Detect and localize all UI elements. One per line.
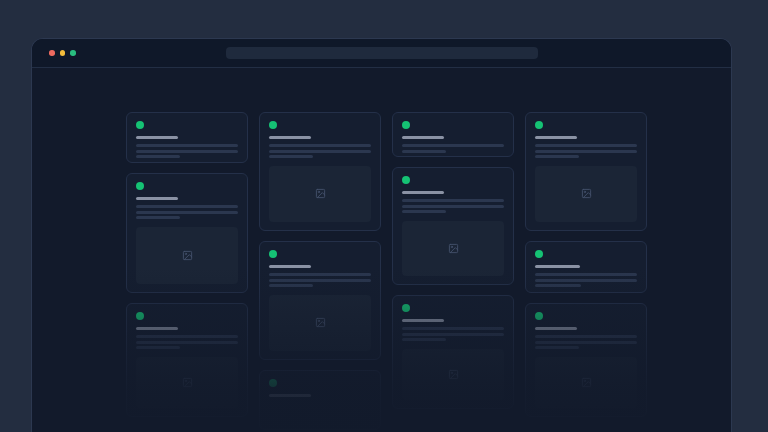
skeleton-line xyxy=(136,335,238,338)
skeleton-line xyxy=(402,150,446,153)
status-dot xyxy=(136,312,144,320)
feed-card[interactable] xyxy=(259,370,381,430)
image-icon xyxy=(315,317,326,328)
image-placeholder xyxy=(535,166,637,223)
traffic-lights xyxy=(49,50,76,56)
skeleton-line xyxy=(269,273,371,276)
browser-window xyxy=(31,38,732,432)
feed-card[interactable] xyxy=(525,303,647,417)
browser-titlebar xyxy=(32,39,731,68)
image-icon xyxy=(448,369,459,380)
skeleton-line xyxy=(136,205,238,208)
image-icon xyxy=(581,377,592,388)
skeleton-line xyxy=(402,199,504,202)
skeleton-line xyxy=(269,155,313,158)
board-column xyxy=(392,112,514,409)
skeleton-line xyxy=(402,333,504,336)
skeleton-line xyxy=(535,279,637,282)
status-dot xyxy=(136,182,144,190)
image-icon xyxy=(315,188,326,199)
url-bar[interactable] xyxy=(226,47,538,59)
skeleton-line xyxy=(402,210,446,213)
board-column xyxy=(525,112,647,417)
status-dot xyxy=(402,176,410,184)
image-placeholder xyxy=(136,227,238,285)
image-placeholder xyxy=(269,295,371,352)
skeleton-line xyxy=(535,341,637,344)
image-icon xyxy=(448,243,459,254)
skeleton-title xyxy=(136,327,178,330)
page-background xyxy=(0,0,768,432)
status-dot xyxy=(269,250,277,258)
skeleton-title xyxy=(136,136,178,139)
feed-card[interactable] xyxy=(525,112,647,231)
close-window-button[interactable] xyxy=(49,50,55,56)
image-placeholder xyxy=(136,357,238,409)
skeleton-title xyxy=(535,265,580,268)
minimize-window-button[interactable] xyxy=(60,50,66,56)
feed-card[interactable] xyxy=(525,241,647,293)
skeleton-title xyxy=(535,327,577,330)
skeleton-title xyxy=(136,197,178,200)
skeleton-title xyxy=(269,265,311,268)
skeleton-line xyxy=(136,144,238,147)
skeleton-line xyxy=(535,335,637,338)
image-placeholder xyxy=(402,349,504,401)
skeleton-line xyxy=(535,346,579,349)
skeleton-line xyxy=(402,205,504,208)
image-icon xyxy=(182,377,193,388)
skeleton-line xyxy=(535,155,579,158)
skeleton-line xyxy=(136,346,180,349)
status-dot xyxy=(269,379,277,387)
feed-card[interactable] xyxy=(259,112,381,231)
status-dot xyxy=(136,121,144,129)
skeleton-line xyxy=(269,279,371,282)
status-dot xyxy=(402,121,410,129)
feed-card[interactable] xyxy=(126,173,248,293)
status-dot xyxy=(535,250,543,258)
image-icon xyxy=(581,188,592,199)
skeleton-line xyxy=(402,338,446,341)
skeleton-line xyxy=(535,150,637,153)
board-column xyxy=(259,112,381,430)
feed-card[interactable] xyxy=(392,167,514,285)
status-dot xyxy=(535,312,543,320)
skeleton-title xyxy=(402,319,444,322)
skeleton-line xyxy=(136,341,238,344)
skeleton-line xyxy=(269,284,313,287)
image-placeholder xyxy=(535,357,637,409)
skeleton-line xyxy=(402,144,504,147)
card-board xyxy=(32,68,731,430)
zoom-window-button[interactable] xyxy=(70,50,76,56)
feed-card[interactable] xyxy=(259,241,381,360)
image-placeholder xyxy=(402,221,504,277)
skeleton-line xyxy=(535,284,581,287)
skeleton-line xyxy=(136,216,180,219)
image-placeholder xyxy=(269,166,371,223)
feed-card[interactable] xyxy=(392,295,514,409)
skeleton-title xyxy=(269,394,311,397)
skeleton-line xyxy=(136,211,238,214)
skeleton-line xyxy=(269,150,371,153)
skeleton-title xyxy=(535,136,577,139)
skeleton-line xyxy=(535,273,637,276)
status-dot xyxy=(269,121,277,129)
skeleton-line xyxy=(402,327,504,330)
skeleton-title xyxy=(402,191,444,194)
skeleton-line xyxy=(136,150,238,153)
feed-card[interactable] xyxy=(126,112,248,163)
skeleton-title xyxy=(269,136,311,139)
feed-card[interactable] xyxy=(126,303,248,417)
skeleton-title xyxy=(402,136,444,139)
skeleton-line xyxy=(136,155,180,158)
skeleton-line xyxy=(269,144,371,147)
board-column xyxy=(126,112,248,417)
image-icon xyxy=(182,250,193,261)
status-dot xyxy=(402,304,410,312)
skeleton-line xyxy=(535,144,637,147)
status-dot xyxy=(535,121,543,129)
feed-card[interactable] xyxy=(392,112,514,157)
